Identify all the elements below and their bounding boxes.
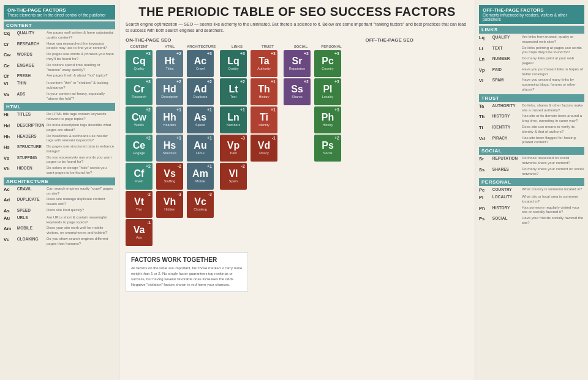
element-symbol: Vp [227,141,239,151]
sidebar-code: Pl [479,195,491,201]
left-sections: CONTENTCq QUALITY Are pages well written… [4,21,115,247]
periodic-element[interactable]: +3PcCountry [314,50,341,77]
periodic-element[interactable]: +1ThHistory [251,78,277,105]
element-number: +1 [176,136,181,140]
element-symbol: Pc [322,56,334,66]
sidebar-item: Vc CLOAKING Do you show search engines d… [4,237,115,247]
element-name: Stuffing [164,179,176,183]
sidebar-desc: Has site or its domain been around a lon… [522,114,584,124]
sidebar-desc: Are URLs short & contain meaningful keyw… [47,215,115,225]
element-symbol: Ss [291,84,303,94]
periodic-element[interactable]: +2SrReputation [284,50,311,77]
periodic-element[interactable]: -1VaAds [126,219,153,246]
periodic-element[interactable]: +1HsStructure [156,135,183,162]
sidebar-label: PIRACY [491,136,522,141]
periodic-element[interactable]: +1TiIdentity [251,106,277,133]
sidebar-code: Am [4,226,16,232]
periodic-element[interactable]: +2LtText [220,78,247,105]
sidebar-desc: Do HTML title tags contain keywords rele… [47,112,115,122]
sidebar-item: As SPEED Does site load quickly? [4,208,115,214]
sidebar-label: CLOAKING [16,237,47,242]
periodic-element[interactable]: +1AuURLs [187,135,214,162]
sidebar-label: TITLES [16,112,47,117]
right-sidebar: OFF-THE-PAGE FACTORS Elements influenced… [475,0,588,380]
sidebar-label: RESEARCH [16,42,47,47]
periodic-element[interactable]: -2VlSpam [220,163,247,190]
element-number: +2 [146,164,151,168]
periodic-element[interactable]: +2CeEngage [126,135,153,162]
periodic-element[interactable]: +3PlLocality [314,78,341,105]
sidebar-item: Hh HEADERS Do headlines & subheads use h… [4,134,115,144]
sidebar-item: Cf FRESH Are pages fresh & about "hot" t… [4,73,115,80]
sidebar-item: Vs STUFFING Do you excessively use words… [4,155,115,165]
column-header: HTML [156,45,183,48]
periodic-element[interactable]: +1AsSpeed [187,106,214,133]
sidebar-item: Au URLS Are URLs short & contain meaning… [4,215,115,225]
bottom-row: FACTORS WORK TOGETHER All factors on the… [126,250,469,292]
element-name: Authority [257,67,271,70]
sidebar-desc: Does site use means to verify its identi… [522,125,584,135]
sidebar-desc: Does site manage duplicate content issue… [47,197,115,207]
periodic-element[interactable]: +1HhHeaders [156,106,183,133]
element-symbol: Ln [227,113,239,122]
periodic-element[interactable]: +1LnNumbers [220,106,247,133]
periodic-element[interactable]: +3CrResearch [126,78,153,105]
column-header: TRUST [254,45,281,48]
sidebar-code: Ss [479,167,491,173]
sidebar-item: Sr REPUTATION Do those respected on soci… [479,156,584,166]
sidebar-item: Th HISTORY Has site or its domain been a… [479,114,584,124]
periodic-element[interactable]: -2VsStuffing [156,163,183,190]
periodic-element[interactable]: +2CwWords [126,106,153,133]
element-symbol: Ce [133,141,145,151]
periodic-element[interactable]: +2PsSocial [314,135,341,162]
sidebar-desc: Has site been flagged for hosting pirate… [522,136,584,146]
periodic-element[interactable]: +3AcCrawl [187,50,214,77]
sidebar-code: Ce [4,63,16,69]
sidebar-item: Hs STRUCTURE Do pages use structured dat… [4,144,115,154]
table-row: +2CwWords+1HhHeaders+1AsSpeed+1LnNumbers… [126,106,469,133]
element-symbol: Cf [134,169,145,179]
element-symbol: Ad [194,84,206,94]
periodic-table: +3CqQuality+2HtTitles+3AcCrawl+3LqQualit… [126,50,469,246]
sidebar-item: Ac CRAWL Can search engines easily "craw… [4,187,115,196]
element-symbol: Cr [134,84,145,94]
sidebar-desc: Do pages use words & phrases you hope th… [47,52,115,62]
sidebar-label: NUMBER [491,56,522,61]
element-symbol: Ht [165,56,175,66]
element-symbol: Vl [228,169,238,179]
element-symbol: Ph [322,113,334,122]
periodic-element[interactable]: +3LqQuality [220,50,247,77]
right-header-sub: Elements influenced by readers, visitors… [483,13,581,21]
periodic-element[interactable]: +2HtTitles [156,50,183,77]
periodic-element[interactable]: +3TaAuthority [251,50,277,77]
sidebar-item: Ph HISTORY Has someone regularly visited… [479,206,584,215]
periodic-element[interactable]: -2VtThin [126,191,153,218]
sidebar-label: HISTORY [491,206,522,210]
element-name: Research [132,95,146,99]
sidebar-item: Hd DESCRIPTION Do meta description tags … [4,123,115,133]
sidebar-label: SPEED [16,208,47,213]
periodic-element[interactable]: +2AdDuplicate [187,78,214,105]
periodic-element[interactable]: +3CqQuality [126,50,153,77]
periodic-element[interactable]: -3VhHidden [156,191,183,218]
sidebar-label: PAID [491,67,522,72]
periodic-element[interactable]: +2HdDescription [156,78,183,105]
table-row: +3CrResearch+2HdDescription+2AdDuplicate… [126,78,469,105]
sidebar-code: Cw [4,52,16,58]
element-symbol: Vd [258,141,270,151]
sidebar-code: Au [4,215,16,222]
periodic-element[interactable]: +2SsShares [284,78,311,105]
periodic-element[interactable]: -3VcCloaking [187,191,214,218]
periodic-element[interactable]: +1AmMobile [187,163,214,190]
table-row: +2CfFresh-2VsStuffing+1AmMobile-2VlSpam [126,163,469,190]
element-symbol: Vs [164,169,176,179]
periodic-element[interactable]: +2CfFresh [126,163,153,190]
element-name: Shares [292,95,302,99]
periodic-element[interactable]: -3VpPaid [220,135,247,162]
element-name: Ads [136,236,141,239]
periodic-element[interactable]: -1VdPiracy [251,135,277,162]
element-symbol: Ti [260,113,268,122]
sidebar-code: Ac [4,187,16,193]
periodic-element[interactable]: +3PhHistory [314,106,341,133]
element-symbol: Ta [258,56,269,66]
